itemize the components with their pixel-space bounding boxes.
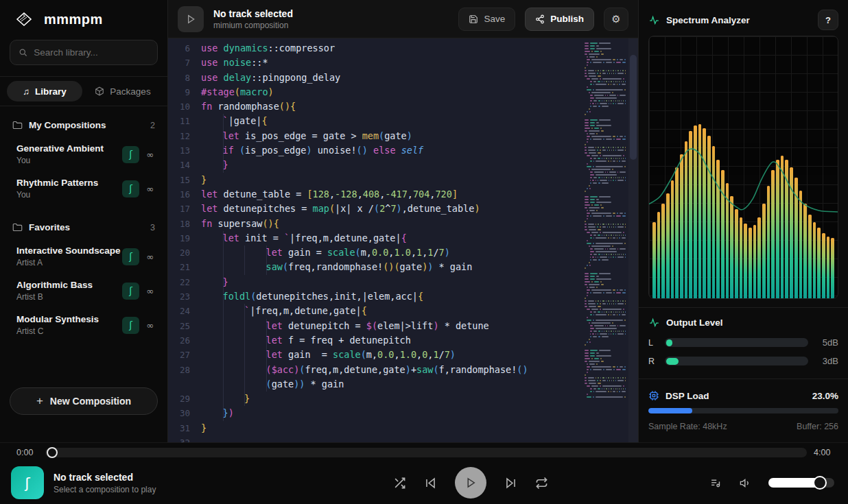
code-line: 13if (is_pos_edge) unoise!() else self <box>168 143 638 158</box>
mimium-badge-icon: ʃ <box>122 180 139 197</box>
gear-icon: ⚙ <box>611 13 620 25</box>
item-title: Rhythmic Patterns <box>16 178 122 188</box>
line-number: 32 <box>168 435 201 442</box>
section-favorites: Favorites 3 <box>10 221 158 239</box>
new-composition-label: New Composition <box>50 396 131 407</box>
seek-slider[interactable] <box>45 448 807 457</box>
list-item-modular-synthesis[interactable]: Modular Synthesis Artist C ʃ ∞ <box>10 308 158 342</box>
minimap[interactable] <box>585 43 627 399</box>
now-playing-title: No track selected <box>54 472 232 483</box>
player-bar: 0:00 4:00 ʃ No track selected Select a c… <box>0 442 848 504</box>
section-title: My Compositions <box>29 120 144 130</box>
line-number: 30 <box>168 406 201 420</box>
item-subtitle: Artist B <box>16 292 122 302</box>
folder-icon <box>12 121 23 130</box>
elapsed-time: 0:00 <box>16 448 38 457</box>
section-my-compositions: My Compositions 2 <box>10 119 158 137</box>
line-number: 31 <box>168 421 201 435</box>
code-line: 7use noise::* <box>168 56 638 70</box>
help-label: ? <box>825 15 831 25</box>
line-number: 29 <box>168 392 201 406</box>
meter-fill-right <box>666 358 679 365</box>
line-number: 18 <box>168 217 201 231</box>
infinity-icon: ∞ <box>146 149 154 160</box>
line-number: 10 <box>168 99 201 114</box>
repeat-icon <box>535 477 548 490</box>
line-number: 6 <box>168 41 201 56</box>
next-button[interactable] <box>504 477 517 490</box>
scrollbar-thumb[interactable] <box>630 55 637 160</box>
spectrum-curve <box>649 36 838 298</box>
list-item-interactive-soundscape[interactable]: Interactive Soundscape Artist A ʃ ∞ <box>10 239 158 274</box>
meter-fill-left <box>666 339 672 346</box>
code-line: 10fn randomphase(){ <box>168 99 638 114</box>
app-logo: mmmpm <box>0 0 167 37</box>
line-number: 25 <box>168 319 201 333</box>
code-line: 15} <box>168 173 638 187</box>
save-label: Save <box>484 14 505 24</box>
plus-icon: + <box>36 394 43 408</box>
shuffle-button[interactable] <box>393 477 406 490</box>
line-number: 12 <box>168 129 201 143</box>
item-title: Modular Synthesis <box>16 314 122 324</box>
mimium-badge-icon: ʃ <box>122 283 139 300</box>
timeline: 0:00 4:00 <box>0 443 848 461</box>
code-line: 28($acc)(freq,m,detune,gate)+saw(f,rando… <box>168 363 638 377</box>
tab-library-label: Library <box>35 86 67 97</box>
section-title: Favorites <box>29 222 144 232</box>
meter-track-left <box>665 338 808 347</box>
code-editor[interactable]: 6use dynamics::compressor7use noise::*8u… <box>168 38 638 442</box>
line-number: 8 <box>168 71 201 85</box>
sidebar-tabs: ♫ Library Packages <box>0 76 167 106</box>
meter-left: L 5dB <box>648 333 838 352</box>
total-time: 4:00 <box>814 448 836 457</box>
output-level-section: Output Level L 5dB R 3dB <box>639 308 848 379</box>
infinity-icon: ∞ <box>146 252 154 262</box>
save-icon <box>469 14 478 24</box>
seek-knob[interactable] <box>47 447 58 458</box>
volume-button[interactable] <box>739 477 752 489</box>
line-number: 13 <box>168 143 201 158</box>
tab-library[interactable]: ♫ Library <box>7 81 82 101</box>
list-item-generative-ambient[interactable]: Generative Ambient You ʃ ∞ <box>10 137 158 171</box>
volume-knob[interactable] <box>813 476 827 490</box>
line-number: 14 <box>168 158 201 172</box>
repeat-button[interactable] <box>535 477 548 490</box>
previous-button[interactable] <box>424 477 437 490</box>
dsp-progress-track <box>648 408 838 413</box>
spectrum-display <box>648 36 838 299</box>
search-input[interactable] <box>34 47 149 58</box>
channel-label: R <box>648 357 658 366</box>
list-item-algorithmic-bass[interactable]: Algorithmic Bass Artist B ʃ ∞ <box>10 274 158 308</box>
line-number: 28 <box>168 363 201 377</box>
code-line: 23foldl(detunepitches,init,|elem,acc|{ <box>168 289 638 304</box>
new-composition-button[interactable]: + New Composition <box>10 387 158 415</box>
preview-play-button[interactable] <box>178 6 204 32</box>
code-line: 16let detune_table = [128,-128,408,-417,… <box>168 187 638 202</box>
music-note-icon: ♫ <box>23 86 30 97</box>
mimium-badge-icon: ʃ <box>122 146 139 163</box>
play-button[interactable] <box>455 467 486 499</box>
skip-back-icon <box>424 477 437 490</box>
play-icon <box>185 14 196 25</box>
line-number: 23 <box>168 289 201 304</box>
help-button[interactable]: ? <box>818 10 838 30</box>
sidebar: mmmpm ♫ Library Packages <box>0 0 168 442</box>
track-title: No track selected <box>213 8 449 19</box>
code-line: (gate)) * gain <box>168 377 638 392</box>
code-line: 26let f = freq + detunepitch <box>168 333 638 348</box>
save-button[interactable]: Save <box>458 8 515 31</box>
editor-scrollbar[interactable] <box>628 38 638 442</box>
queue-button[interactable] <box>709 477 722 489</box>
dsp-progress-fill <box>648 408 692 413</box>
search-box[interactable] <box>10 40 158 65</box>
tab-packages[interactable]: Packages <box>85 81 161 101</box>
volume-slider[interactable] <box>768 478 834 488</box>
code-line: 11`|gate|{ <box>168 114 638 128</box>
code-line: 27let gain = scale(m,0.0,1.0,0,1/7) <box>168 348 638 362</box>
publish-button[interactable]: Publish <box>525 8 594 31</box>
item-subtitle: You <box>16 190 122 200</box>
list-item-rhythmic-patterns[interactable]: Rhythmic Patterns You ʃ ∞ <box>10 171 158 206</box>
line-number: 26 <box>168 333 201 348</box>
settings-button[interactable]: ⚙ <box>604 8 628 31</box>
